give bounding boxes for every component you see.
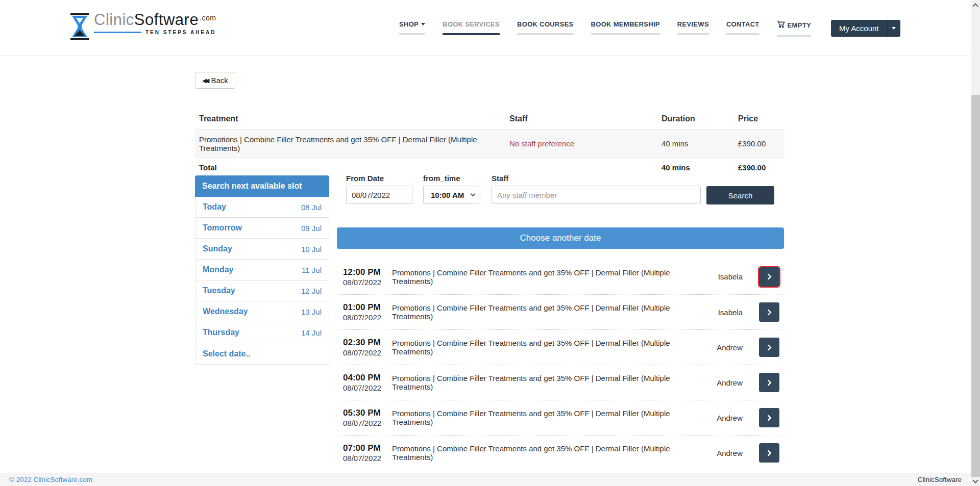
caret-down-icon [892,27,896,30]
footer: © 2022 ClinicSoftware.com ClinicSoftware [0,473,980,486]
slot-time: 01:00 PM [343,302,392,313]
slot-description: Promotions | Combine Filler Treatments a… [392,339,687,356]
header: ClinicSoftware.com TEN STEPS AHEAD SHOP … [0,0,980,56]
duration-cell: 40 mins [657,130,734,158]
slot-staff: Andrew [687,449,743,457]
staff-label: Staff [492,174,701,183]
sidebar-item-wednesday[interactable]: Wednesday 13 Jul [195,301,329,322]
caret-down-icon [421,23,425,25]
slot-staff: Andrew [687,378,743,387]
slot-results-list: 12:00 PM 08/07/2022 Promotions | Combine… [337,259,785,470]
chevron-right-icon [765,273,772,280]
account-dropdown-toggle[interactable] [887,20,900,37]
book-slot-button[interactable] [759,267,779,287]
slot-date: 08/07/2022 [343,313,392,322]
slot-description: Promotions | Combine Filler Treatments a… [392,268,687,286]
slot-row: 12:00 PM 08/07/2022 Promotions | Combine… [337,259,785,294]
order-summary-table: Treatment Staff Duration Price Promotion… [195,108,785,177]
book-slot-button[interactable] [759,373,779,392]
nav-item-book-courses[interactable]: BOOK COURSES [512,20,579,37]
slot-time: 05:30 PM [343,407,392,418]
slot-row: 05:30 PM 08/07/2022 Promotions | Combine… [337,400,785,435]
slot-row: 04:00 PM 08/07/2022 Promotions | Combine… [337,365,785,400]
treatment-cell: Promotions | Combine Filler Treatments a… [195,130,505,158]
chevron-right-icon [765,309,772,316]
from-time-label: from_time [423,174,480,183]
slot-staff: Andrew [687,414,743,422]
nav-item-book-membership[interactable]: BOOK MEMBERSHIP [586,20,665,37]
main-nav: SHOP BOOK SERVICES BOOK COURSES BOOK MEM… [394,20,816,37]
book-slot-button[interactable] [759,408,779,427]
price-cell: £390.00 [734,130,785,158]
vertical-scrollbar[interactable] [971,0,980,486]
book-slot-button[interactable] [759,302,779,322]
sidebar-item-today[interactable]: Today 08 Jul [195,197,329,218]
table-row: Promotions | Combine Filler Treatments a… [195,130,785,158]
rewind-icon: ◀◀ [202,77,207,84]
col-header-treatment: Treatment [195,108,505,130]
slot-date: 08/07/2022 [343,277,392,287]
sidebar-item-thursday[interactable]: Thursday 14 Jul [195,322,329,343]
page: ClinicSoftware.com TEN STEPS AHEAD SHOP … [0,0,980,486]
book-slot-button[interactable] [759,338,779,357]
slot-row: 01:00 PM 08/07/2022 Promotions | Combine… [337,294,785,329]
next-slot-sidebar: Search next available slot Today 08 Jul … [195,175,329,365]
staff-cell: No staff preference [505,130,657,158]
from-date-label: From Date [346,174,412,183]
slot-row: 02:30 PM 08/07/2022 Promotions | Combine… [337,329,785,365]
slot-date: 08/07/2022 [343,418,392,428]
slot-date: 08/07/2022 [343,453,392,463]
slot-description: Promotions | Combine Filler Treatments a… [392,444,687,462]
chevron-down-icon [471,191,476,196]
my-account-button[interactable]: My Account [831,20,900,37]
slot-time: 04:00 PM [343,372,392,383]
book-slot-button[interactable] [759,443,779,463]
brand-tld: .com [200,14,216,22]
slot-row: 07:00 PM 08/07/2022 Promotions | Combine… [337,435,785,470]
hourglass-icon [69,13,90,42]
footer-brand: ClinicSoftware [918,476,962,483]
table-header-row: Treatment Staff Duration Price [195,108,785,130]
col-header-duration: Duration [657,108,734,130]
chevron-right-icon [765,344,772,351]
slot-time: 12:00 PM [343,267,392,277]
scrollbar-thumb[interactable] [971,95,980,477]
logo[interactable]: ClinicSoftware.com TEN STEPS AHEAD [69,11,216,42]
slot-description: Promotions | Combine Filler Treatments a… [392,409,687,426]
slot-search-form: From Date from_time 10:00 AM Staff Searc… [337,174,785,204]
choose-another-date-button[interactable]: Choose another date [337,227,784,249]
sidebar-item-tuesday[interactable]: Tuesday 12 Jul [195,280,329,301]
staff-input[interactable] [492,186,701,204]
col-header-staff: Staff [505,108,657,130]
sidebar-title: Search next available slot [195,175,329,197]
nav-item-book-services[interactable]: BOOK SERVICES [437,20,505,37]
slot-time: 07:00 PM [343,443,392,453]
nav-item-shop[interactable]: SHOP [394,20,430,37]
scroll-down-arrow-icon[interactable] [972,477,978,483]
nav-item-contact[interactable]: CONTACT [721,20,765,37]
slot-staff: Isabela [687,272,743,281]
sidebar-item-sunday[interactable]: Sunday 10 Jul [195,239,329,260]
from-time-select[interactable]: 10:00 AM [423,186,480,204]
chevron-right-icon [765,379,772,386]
slot-description: Promotions | Combine Filler Treatments a… [392,374,687,391]
col-header-price: Price [734,108,785,130]
chevron-right-icon [765,415,772,421]
slot-date: 08/07/2022 [343,348,392,357]
slot-staff: Isabela [687,308,743,317]
nav-item-reviews[interactable]: REVIEWS [672,20,714,37]
sidebar-item-tomorrow[interactable]: Tomorrow 09 Jul [195,218,329,239]
slot-date: 08/07/2022 [343,383,392,393]
logo-underline [94,32,141,33]
back-button[interactable]: ◀◀ Back [195,72,235,89]
sidebar-item-monday[interactable]: Monday 11 Jul [195,260,329,280]
footer-copyright-link[interactable]: © 2022 ClinicSoftware.com [9,476,92,483]
brand-name: ClinicSoftware.com [94,11,216,29]
nav-item-cart-empty[interactable]: EMPTY [772,20,816,37]
slot-description: Promotions | Combine Filler Treatments a… [392,303,687,321]
scroll-up-arrow-icon[interactable] [972,3,978,9]
search-button[interactable]: Search [706,186,774,204]
chevron-right-icon [765,450,772,456]
sidebar-item-select-date[interactable]: Select date.. [195,343,329,364]
from-date-input[interactable] [346,186,412,204]
